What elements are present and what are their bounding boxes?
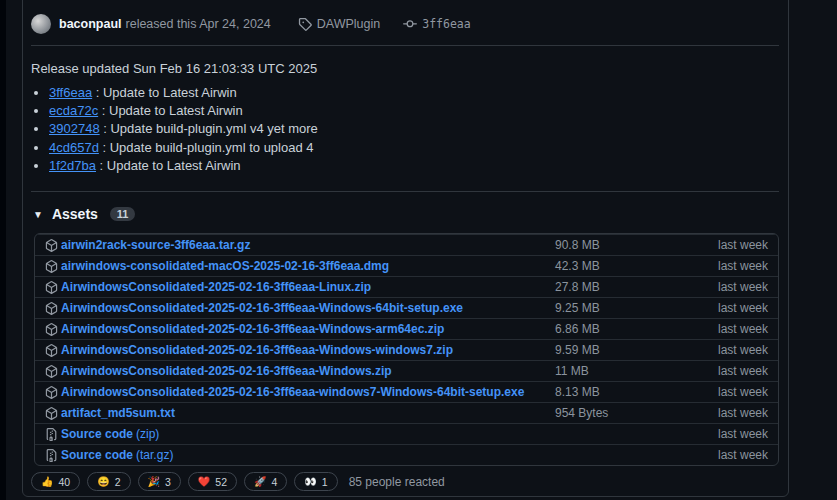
reactions-row: 👍 40 😄 2 🎉 3 ❤️ 52 🚀 4 👀 1 85 pe: [31, 472, 445, 491]
package-icon: [45, 260, 58, 273]
asset-row: airwin2rack-source-3ff6eaa.tar.gz 90.8 M…: [35, 234, 778, 255]
asset-row: AirwindowsConsolidated-2025-02-16-3ff6ea…: [35, 360, 778, 381]
asset-download-link[interactable]: airwindows-consolidated-macOS-2025-02-16…: [61, 259, 389, 273]
file-zip-icon: [45, 449, 58, 462]
package-icon: [45, 323, 58, 336]
assets-table: airwin2rack-source-3ff6eaa.tar.gz 90.8 M…: [34, 233, 779, 466]
change-list-item: 3902748 : Update build-plugin.yml v4 yet…: [49, 122, 318, 135]
asset-size: 11 MB: [555, 364, 685, 378]
assets-header[interactable]: ▼ Assets 11: [33, 206, 135, 222]
asset-date: last week: [685, 385, 768, 399]
asset-date: last week: [685, 343, 768, 357]
asset-row: Source code (tar.gz) last week: [35, 444, 778, 465]
author-link[interactable]: baconpaul: [59, 17, 122, 31]
asset-download-link[interactable]: AirwindowsConsolidated-2025-02-16-3ff6ea…: [61, 280, 371, 294]
released-date-text: released this Apr 24, 2024: [126, 17, 271, 31]
assets-count-badge: 11: [110, 207, 136, 221]
asset-name-cell: Source code (zip): [45, 427, 555, 441]
asset-size: 9.25 MB: [555, 301, 685, 315]
commit-group[interactable]: 3ff6eaa: [403, 17, 470, 31]
asset-row: AirwindowsConsolidated-2025-02-16-3ff6ea…: [35, 318, 778, 339]
change-text: : Update build-plugin.yml v4 yet more: [100, 121, 318, 136]
release-page: baconpaul released this Apr 24, 2024 DAW…: [0, 0, 837, 500]
asset-download-link[interactable]: artifact_md5sum.txt: [61, 406, 175, 420]
asset-download-link[interactable]: AirwindowsConsolidated-2025-02-16-3ff6ea…: [61, 322, 444, 336]
commit-link[interactable]: 3ff6eaa: [49, 85, 92, 100]
package-icon: [45, 407, 58, 420]
asset-date: last week: [685, 406, 768, 420]
asset-date: last week: [685, 322, 768, 336]
asset-download-link[interactable]: AirwindowsConsolidated-2025-02-16-3ff6ea…: [61, 343, 453, 357]
package-icon: [45, 365, 58, 378]
reaction-button[interactable]: 🎉 3: [138, 472, 181, 491]
asset-size: 27.8 MB: [555, 280, 685, 294]
commit-link[interactable]: ecda72c: [49, 103, 98, 118]
asset-download-link[interactable]: AirwindowsConsolidated-2025-02-16-3ff6ea…: [61, 301, 463, 315]
tag-group[interactable]: DAWPlugin: [298, 17, 380, 31]
release-card: baconpaul released this Apr 24, 2024 DAW…: [22, 0, 789, 497]
asset-name-cell: AirwindowsConsolidated-2025-02-16-3ff6ea…: [45, 364, 555, 378]
file-zip-icon: [45, 428, 58, 441]
reaction-button[interactable]: ❤️ 52: [188, 472, 237, 491]
asset-name-cell: AirwindowsConsolidated-2025-02-16-3ff6ea…: [45, 385, 555, 399]
assets-divider: [31, 191, 779, 192]
reaction-emoji-icon: 🎉: [148, 477, 160, 487]
tag-icon: [298, 17, 312, 31]
asset-row: airwindows-consolidated-macOS-2025-02-16…: [35, 255, 778, 276]
asset-date: last week: [685, 427, 768, 441]
reaction-emoji-icon: 👍: [41, 477, 53, 487]
asset-download-link[interactable]: Source code: [61, 448, 133, 462]
asset-link-suffix[interactable]: (zip): [136, 427, 159, 441]
asset-row: AirwindowsConsolidated-2025-02-16-3ff6ea…: [35, 339, 778, 360]
asset-size: 954 Bytes: [555, 406, 685, 420]
reaction-summary: 85 people reacted: [349, 475, 445, 489]
commit-link[interactable]: 3902748: [49, 121, 100, 136]
commit-link[interactable]: 1f2d7ba: [49, 158, 96, 173]
change-text: : Update to Latest Airwin: [92, 85, 237, 100]
asset-row: AirwindowsConsolidated-2025-02-16-3ff6ea…: [35, 297, 778, 318]
change-list: 3ff6eaa : Update to Latest Airwinecda72c…: [49, 86, 318, 177]
asset-row: AirwindowsConsolidated-2025-02-16-3ff6ea…: [35, 381, 778, 402]
asset-download-link[interactable]: Source code: [61, 427, 133, 441]
reaction-button[interactable]: 😄 2: [87, 472, 130, 491]
asset-date: last week: [685, 448, 768, 462]
chevron-down-icon: ▼: [33, 209, 43, 220]
asset-row: artifact_md5sum.txt 954 Bytes last week: [35, 402, 778, 423]
change-list-item: 3ff6eaa : Update to Latest Airwin: [49, 86, 318, 99]
asset-date: last week: [685, 364, 768, 378]
asset-name-cell: artifact_md5sum.txt: [45, 406, 555, 420]
reaction-button[interactable]: 👍 40: [31, 472, 80, 491]
reaction-emoji-icon: 😄: [97, 477, 109, 487]
git-commit-icon: [403, 17, 417, 31]
reaction-emoji-icon: ❤️: [198, 477, 210, 487]
asset-link-suffix[interactable]: (tar.gz): [136, 448, 173, 462]
commit-link[interactable]: 4cd657d: [49, 140, 99, 155]
asset-size: 9.59 MB: [555, 343, 685, 357]
asset-date: last week: [685, 238, 768, 252]
asset-size: 8.13 MB: [555, 385, 685, 399]
commit-hash-link[interactable]: 3ff6eaa: [422, 17, 470, 31]
asset-size: 90.8 MB: [555, 238, 685, 252]
release-updated-text: Release updated Sun Feb 16 21:03:33 UTC …: [31, 61, 317, 76]
asset-size: 42.3 MB: [555, 259, 685, 273]
release-header: baconpaul released this Apr 24, 2024 DAW…: [31, 14, 471, 34]
left-edge-strip: [0, 0, 6, 500]
asset-name-cell: airwindows-consolidated-macOS-2025-02-16…: [45, 259, 555, 273]
package-icon: [45, 344, 58, 357]
reaction-count: 40: [58, 476, 70, 488]
asset-date: last week: [685, 280, 768, 294]
reaction-emoji-icon: 👀: [304, 477, 316, 487]
reaction-button[interactable]: 🚀 4: [244, 472, 287, 491]
package-icon: [45, 302, 58, 315]
asset-download-link[interactable]: AirwindowsConsolidated-2025-02-16-3ff6ea…: [61, 385, 524, 399]
avatar[interactable]: [31, 14, 51, 34]
asset-download-link[interactable]: airwin2rack-source-3ff6eaa.tar.gz: [61, 238, 250, 252]
reaction-count: 4: [271, 476, 277, 488]
assets-title: Assets: [52, 206, 98, 222]
reaction-count: 3: [165, 476, 171, 488]
change-list-item: ecda72c : Update to Latest Airwin: [49, 104, 318, 117]
asset-name-cell: AirwindowsConsolidated-2025-02-16-3ff6ea…: [45, 280, 555, 294]
reaction-count: 1: [322, 476, 328, 488]
reaction-button[interactable]: 👀 1: [294, 472, 337, 491]
asset-download-link[interactable]: AirwindowsConsolidated-2025-02-16-3ff6ea…: [61, 364, 392, 378]
